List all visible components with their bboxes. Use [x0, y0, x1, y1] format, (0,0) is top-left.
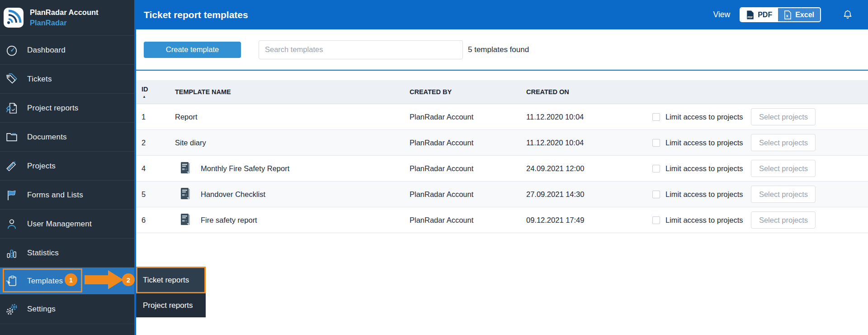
statistics-bars-icon — [5, 246, 19, 260]
export-format-toggle: PDF PDF x Excel — [740, 7, 821, 22]
annotation-arrow: 2 — [85, 270, 135, 289]
row-id: 1 — [136, 113, 175, 121]
limit-access-label: Limit access to projects — [665, 216, 743, 225]
submenu-item-label: Ticket reports — [143, 276, 189, 285]
page-header: Ticket report templates View PDF PDF x — [136, 0, 868, 29]
report-template-icon — [180, 213, 191, 227]
search-templates-input[interactable] — [259, 40, 463, 59]
sidebar-item-projects[interactable]: Projects — [0, 152, 134, 181]
account-name: PlanRadar Account — [30, 8, 99, 17]
excel-toggle-button[interactable]: x Excel — [778, 8, 820, 21]
limit-access-checkbox[interactable] — [652, 165, 660, 172]
project-reports-icon — [5, 101, 19, 115]
sidebar-item-label: Settings — [27, 305, 56, 314]
toolbar: Create template 5 templates found — [136, 29, 868, 71]
notifications-bell-icon[interactable] — [842, 9, 853, 21]
created-by: PlanRadar Account — [410, 164, 526, 173]
template-name: Monthly Fire Safety Report — [201, 164, 289, 173]
row-id: 6 — [136, 216, 175, 225]
forms-flag-icon — [5, 188, 19, 202]
sidebar-item-label: Dashboard — [27, 46, 66, 55]
select-projects-button[interactable]: Select projects — [751, 211, 816, 229]
created-by: PlanRadar Account — [410, 190, 526, 199]
limit-access-checkbox[interactable] — [652, 216, 660, 224]
sidebar-item-statistics[interactable]: Statistics — [0, 239, 134, 268]
sidebar-item-user-management[interactable]: User Management — [0, 210, 134, 239]
limit-access-checkbox[interactable] — [652, 191, 660, 198]
submenu-item-ticket-reports[interactable]: Ticket reports — [136, 267, 206, 293]
sidebar-item-project-reports[interactable]: Project reports — [0, 94, 134, 123]
user-management-icon — [5, 217, 19, 231]
column-header-id[interactable]: ID ▲ — [136, 80, 175, 104]
table-row[interactable]: 4 Monthly Fire Safety Report PlanRadar A… — [136, 156, 868, 182]
select-projects-button[interactable]: Select projects — [751, 186, 816, 203]
table-row[interactable]: 6 Fire safety report PlanRadar Account 0… — [136, 207, 868, 233]
column-header-created-on[interactable]: CREATED ON — [526, 80, 652, 104]
template-name: Report — [175, 113, 198, 121]
documents-folder-icon — [5, 130, 19, 144]
column-header-created-by[interactable]: CREATED BY — [410, 80, 526, 104]
limit-access-label: Limit access to projects — [665, 190, 743, 199]
annotation-step1-badge: 1 — [65, 273, 77, 286]
table-row[interactable]: 5 Handover Checklist PlanRadar Account 2… — [136, 182, 868, 207]
table-row[interactable]: 1 Report PlanRadar Account 11.12.2020 10… — [136, 104, 868, 130]
template-name: Site diary — [175, 139, 206, 147]
sidebar-item-settings[interactable]: Settings — [0, 294, 134, 324]
created-on: 24.09.2021 12:00 — [526, 164, 652, 173]
svg-text:PDF: PDF — [748, 15, 753, 18]
results-count: 5 templates found — [468, 45, 529, 54]
submenu-item-project-reports[interactable]: Project reports — [136, 293, 206, 317]
table-row[interactable]: 2 Site diary PlanRadar Account 11.12.202… — [136, 130, 868, 156]
created-by: PlanRadar Account — [410, 139, 526, 147]
column-header-template-name[interactable]: TEMPLATE NAME — [175, 80, 410, 104]
limit-access-label: Limit access to projects — [665, 139, 743, 147]
select-projects-button[interactable]: Select projects — [751, 160, 816, 177]
account-switcher[interactable]: PlanRadar Account PlanRadar — [0, 0, 134, 36]
sidebar-item-label: Documents — [27, 133, 67, 142]
limit-access-label: Limit access to projects — [665, 164, 743, 173]
limit-access-checkbox[interactable] — [652, 113, 660, 121]
planradar-logo-icon — [4, 8, 24, 28]
view-label: View — [713, 10, 731, 19]
sidebar-item-forms-and-lists[interactable]: Forms and Lists — [0, 181, 134, 210]
sidebar-item-label: Tickets — [27, 75, 52, 84]
dashboard-gauge-icon — [5, 43, 19, 57]
sidebar-item-label: Project reports — [27, 104, 79, 113]
created-by: PlanRadar Account — [410, 216, 526, 225]
main-content: Ticket report templates View PDF PDF x — [136, 0, 868, 233]
sidebar-item-label: User Management — [27, 220, 92, 229]
sidebar-item-label: Projects — [27, 162, 56, 171]
template-name: Fire safety report — [201, 216, 257, 225]
sidebar-item-tickets[interactable]: Tickets — [0, 65, 134, 94]
sidebar-item-label: Statistics — [27, 249, 59, 258]
created-on: 11.12.2020 10:04 — [526, 139, 652, 147]
report-template-icon — [180, 162, 191, 175]
row-id: 5 — [136, 190, 175, 199]
templates-table: ID ▲ TEMPLATE NAME CREATED BY CREATED ON… — [136, 80, 868, 233]
page-title: Ticket report templates — [144, 10, 248, 20]
create-template-button[interactable]: Create template — [144, 42, 241, 58]
limit-access-checkbox[interactable] — [652, 139, 660, 147]
select-projects-button[interactable]: Select projects — [751, 108, 816, 125]
settings-gears-icon — [5, 302, 19, 316]
templates-submenu: Ticket reports Project reports — [136, 267, 206, 317]
row-id: 4 — [136, 164, 175, 173]
tickets-tag-icon — [5, 72, 19, 86]
arrow-head-icon — [108, 270, 123, 289]
limit-access-label: Limit access to projects — [665, 113, 743, 121]
created-on: 09.12.2021 17:49 — [526, 216, 652, 225]
table-header-row: ID ▲ TEMPLATE NAME CREATED BY CREATED ON — [136, 80, 868, 104]
excel-file-icon: x — [784, 10, 792, 19]
svg-text:x: x — [786, 14, 788, 18]
select-projects-button[interactable]: Select projects — [751, 134, 816, 151]
sidebar-item-documents[interactable]: Documents — [0, 123, 134, 152]
report-template-icon — [180, 187, 191, 201]
row-id: 2 — [136, 139, 175, 147]
sidebar-item-dashboard[interactable]: Dashboard — [0, 36, 134, 65]
annotation-step2-badge: 2 — [122, 273, 135, 286]
app-root: PlanRadar Account PlanRadar Dashboard Ti… — [0, 0, 868, 335]
sort-ascending-icon[interactable]: ▲ — [142, 95, 146, 99]
pdf-toggle-button[interactable]: PDF PDF — [741, 8, 778, 21]
account-workspace: PlanRadar — [30, 19, 99, 27]
created-by: PlanRadar Account — [410, 113, 526, 121]
